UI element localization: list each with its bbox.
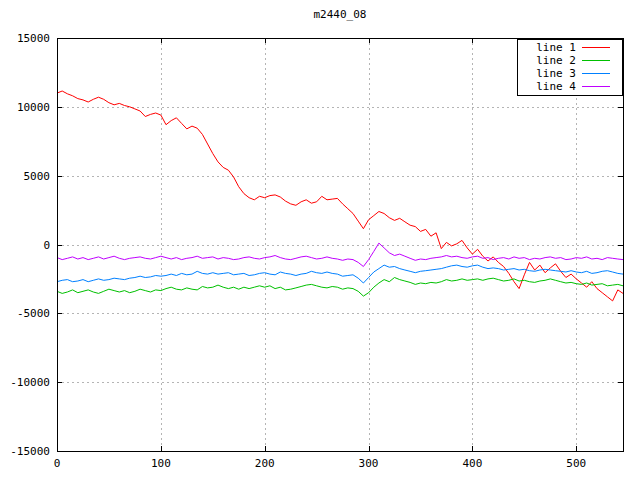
y-tick-label: -10000: [10, 376, 50, 389]
series-line-1: [57, 91, 623, 301]
legend-label: line 3: [536, 67, 576, 80]
series-line-3: [57, 265, 623, 283]
legend-label: line 2: [536, 54, 576, 67]
series-line-4: [57, 243, 623, 266]
x-tick-label: 400: [462, 457, 482, 470]
x-tick-label: 300: [359, 457, 379, 470]
y-tick-label: -5000: [17, 307, 50, 320]
x-tick-label: 100: [151, 457, 171, 470]
y-tick-label: 15000: [17, 32, 50, 45]
x-tick-label: 0: [54, 457, 61, 470]
chart: m2440_08 0100200300400500-15000-10000-50…: [0, 0, 640, 480]
plot-svg: 0100200300400500-15000-10000-50000500010…: [0, 0, 640, 480]
y-tick-label: 5000: [24, 170, 51, 183]
legend-label: line 4: [536, 80, 576, 93]
y-tick-label: 0: [43, 239, 50, 252]
series-line-2: [57, 278, 623, 297]
y-tick-label: -15000: [10, 445, 50, 458]
x-tick-label: 500: [566, 457, 586, 470]
x-tick-label: 200: [255, 457, 275, 470]
legend-label: line 1: [536, 41, 576, 54]
y-tick-label: 10000: [17, 101, 50, 114]
